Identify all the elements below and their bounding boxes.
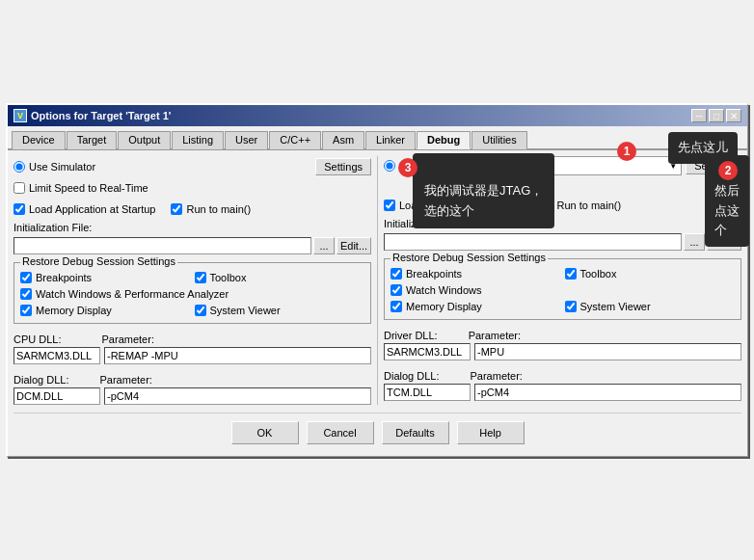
maximize-button[interactable]: □ (709, 109, 724, 122)
init-file-label-left: Initialization File: (13, 222, 371, 233)
right-dialog-param-label: Parameter: (470, 370, 522, 382)
right-breakpoints-checkbox[interactable] (390, 268, 402, 280)
two-column-layout: Use Simulator Settings Limit Speed to Re… (13, 156, 741, 405)
main-window: V Options for Target 'Target 1' ─ □ ✕ De… (6, 103, 748, 457)
right-memory-checkbox[interactable] (390, 301, 402, 312)
init-file-row-left: ... Edit... (13, 237, 371, 254)
left-dialog-dll-row (13, 387, 371, 405)
right-toolbox-checkbox[interactable] (565, 268, 577, 280)
use-simulator-radio[interactable] (13, 161, 25, 173)
init-file-input-right[interactable] (384, 233, 682, 251)
column-separator (377, 156, 378, 405)
left-cpu-dll-section: CPU DLL: Parameter: (13, 333, 371, 364)
right-run-to-main-label: Run to main() (556, 200, 621, 211)
tab-output[interactable]: Output (118, 131, 171, 149)
right-driver-param-label: Parameter: (469, 330, 521, 341)
close-button[interactable]: ✕ (726, 109, 741, 122)
tab-utilities[interactable]: Utilities (471, 131, 526, 149)
use-debugger-radio[interactable] (384, 160, 395, 172)
init-file-row-right: ... Edit... (384, 233, 741, 251)
right-driver-param-input[interactable] (474, 343, 741, 360)
right-breakpoints-row: Breakpoints (390, 267, 561, 280)
tab-debug[interactable]: Debug (417, 131, 471, 149)
run-to-main-checkbox[interactable] (171, 203, 182, 215)
left-cpu-dll-input[interactable] (13, 347, 100, 364)
left-toolbox-checkbox[interactable] (195, 272, 206, 283)
bottom-buttons: OK Cancel Defaults Help (13, 413, 741, 450)
tabs-row: Device Target Output Listing User C/C++ … (8, 126, 747, 150)
right-dialog-dll-section: Dialog DLL: Parameter: (384, 370, 741, 401)
init-dots-button-left[interactable]: ... (313, 237, 335, 254)
right-driver-dll-label: Driver DLL: (384, 330, 438, 341)
right-load-app-label: Load Application at Startup (399, 200, 525, 211)
left-watch-checkbox[interactable] (20, 288, 32, 300)
left-group-title: Restore Debug Session Settings (20, 255, 177, 267)
right-run-to-main-checkbox[interactable] (541, 200, 552, 211)
right-breakpoints-label: Breakpoints (406, 268, 462, 280)
right-panel: Use: CMSIS-DAP Debugger ▼ Settings Load … (384, 156, 741, 405)
right-watch-checkbox[interactable] (390, 284, 402, 296)
right-dialog-dll-input[interactable] (384, 384, 471, 401)
right-load-app-checkbox[interactable] (384, 200, 395, 211)
minimize-button[interactable]: ─ (691, 109, 707, 122)
help-button[interactable]: Help (457, 421, 525, 444)
right-driver-dll-input[interactable] (384, 343, 471, 360)
limit-speed-row: Limit Speed to Real-Time (13, 181, 371, 195)
left-dialog-param-input[interactable] (104, 387, 371, 405)
right-driver-dll-row (384, 343, 741, 360)
left-sysviewer-checkbox[interactable] (195, 305, 206, 316)
load-app-label: Load Application at Startup (29, 203, 155, 215)
left-sysviewer-label: System Viewer (210, 305, 281, 316)
main-content: Use Simulator Settings Limit Speed to Re… (8, 150, 747, 456)
right-memory-label: Memory Display (406, 301, 482, 312)
window-title: Options for Target 'Target 1' (31, 110, 171, 121)
run-to-main-label: Run to main() (186, 203, 251, 215)
left-sysviewer-row: System Viewer (195, 304, 365, 317)
left-memory-checkbox[interactable] (20, 305, 32, 316)
left-dialog-dll-input[interactable] (13, 387, 100, 405)
left-dialog-dll-section: Dialog DLL: Parameter: (13, 374, 371, 405)
title-bar: V Options for Target 'Target 1' ─ □ ✕ (8, 105, 747, 126)
load-app-row: Load Application at Startup Run to main(… (13, 202, 371, 216)
tab-asm[interactable]: Asm (322, 131, 364, 149)
left-settings-button[interactable]: Settings (315, 158, 371, 175)
load-app-checkbox[interactable] (13, 203, 25, 215)
cancel-button[interactable]: Cancel (307, 421, 374, 444)
right-sysviewer-checkbox[interactable] (565, 301, 577, 312)
left-panel: Use Simulator Settings Limit Speed to Re… (13, 156, 371, 405)
right-sysviewer-row: System Viewer (565, 300, 736, 313)
left-cpu-param-input[interactable] (104, 347, 371, 364)
right-dialog-dll-label: Dialog DLL: (384, 370, 439, 382)
use-simulator-label: Use Simulator (29, 161, 95, 173)
ok-button[interactable]: OK (231, 421, 299, 444)
tab-listing[interactable]: Listing (172, 131, 224, 149)
init-file-input-left[interactable] (13, 237, 311, 254)
limit-speed-label: Limit Speed to Real-Time (29, 182, 148, 194)
tab-device[interactable]: Device (12, 131, 66, 149)
right-dialog-param-input[interactable] (474, 384, 741, 401)
init-edit-button-left[interactable]: Edit... (337, 237, 371, 254)
right-watch-row: Watch Windows (390, 283, 735, 297)
debugger-value: CMSIS-DAP Debugger (428, 160, 536, 172)
dropdown-arrow-icon: ▼ (669, 162, 679, 171)
left-breakpoints-checkbox[interactable] (20, 272, 32, 283)
debugger-dropdown[interactable]: CMSIS-DAP Debugger ▼ (425, 156, 683, 175)
limit-speed-checkbox[interactable] (13, 182, 25, 194)
defaults-button[interactable]: Defaults (382, 421, 449, 444)
right-memory-row: Memory Display (390, 300, 561, 313)
init-dots-button-right[interactable]: ... (684, 233, 705, 251)
tab-linker[interactable]: Linker (365, 131, 416, 149)
left-cpu-param-label: Parameter: (102, 333, 154, 345)
tab-user[interactable]: User (225, 131, 268, 149)
left-group-box: Restore Debug Session Settings Breakpoin… (13, 262, 371, 324)
tab-target[interactable]: Target (67, 131, 118, 149)
badge-3: 3 (398, 158, 417, 177)
left-dialog-dll-label: Dialog DLL: (13, 374, 68, 386)
init-edit-button-right[interactable]: Edit... (707, 233, 741, 251)
left-watch-row: Watch Windows & Performance Analyzer (20, 287, 364, 301)
left-cpu-dll-label: CPU DLL: (13, 333, 62, 345)
tab-cpp[interactable]: C/C++ (269, 131, 321, 149)
left-breakpoints-row: Breakpoints (20, 271, 191, 284)
simulator-row: Use Simulator Settings (13, 156, 371, 177)
left-toolbox-row: Toolbox (195, 271, 365, 284)
